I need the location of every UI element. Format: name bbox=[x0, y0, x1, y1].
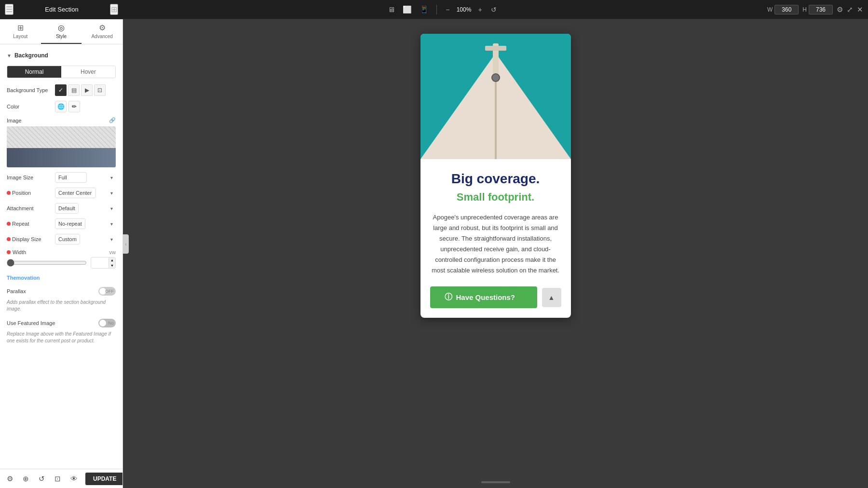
height-input[interactable] bbox=[809, 5, 833, 14]
width-stepper: ▲ ▼ bbox=[108, 258, 115, 268]
color-row: Color 🌐 ✏ bbox=[0, 98, 122, 115]
image-size-row: Image Size Full Large Medium Thumbnail bbox=[0, 170, 122, 185]
image-link-icon[interactable]: 🔗 bbox=[109, 117, 116, 123]
display-size-select[interactable]: Custom Cover Contain Auto bbox=[55, 234, 80, 244]
width-step-up-btn[interactable]: ▲ bbox=[108, 258, 115, 263]
width-number-box: ▲ ▼ bbox=[91, 257, 116, 269]
background-type-controls: ✓ ▤ ▶ ⊡ bbox=[55, 84, 116, 96]
image-preview-inner bbox=[7, 148, 116, 167]
zoom-level: 100% bbox=[456, 6, 473, 13]
zoom-out-btn[interactable]: − bbox=[443, 5, 452, 14]
question-circle-icon: ⓘ bbox=[445, 292, 452, 302]
bg-type-slideshow-btn[interactable]: ⊡ bbox=[94, 84, 106, 96]
desktop-device-btn[interactable]: 🖥 bbox=[386, 3, 397, 15]
color-globe-btn[interactable]: 🌐 bbox=[55, 101, 67, 112]
bg-type-video-btn[interactable]: ▶ bbox=[81, 84, 93, 96]
layout-tab-icon: ⊞ bbox=[17, 23, 24, 32]
width-unit: vw bbox=[109, 249, 116, 255]
repeat-select[interactable]: No-repeat Repeat Repeat-x Repeat-y bbox=[55, 218, 85, 229]
image-preview[interactable] bbox=[7, 126, 116, 167]
width-link-dot bbox=[7, 250, 11, 254]
attachment-wrapper: Default Fixed Scroll bbox=[55, 203, 116, 214]
tab-advanced[interactable]: ⚙ Advanced bbox=[81, 19, 122, 44]
width-label: W bbox=[767, 6, 773, 13]
advanced-tab-label: Advanced bbox=[91, 34, 112, 39]
hover-tab[interactable]: Hover bbox=[61, 66, 115, 78]
bg-type-gradient-btn[interactable]: ▤ bbox=[68, 84, 80, 96]
antenna-dish bbox=[491, 73, 500, 82]
color-controls: 🌐 ✏ bbox=[55, 101, 116, 112]
repeat-label: Repeat bbox=[7, 221, 55, 227]
expand-icon[interactable]: ⤢ bbox=[847, 5, 853, 14]
width-label-row: Width vw bbox=[7, 249, 116, 255]
preview-main-title: Big coverage. bbox=[430, 171, 561, 187]
position-label-text: Position bbox=[12, 190, 31, 196]
update-button[interactable]: UPDATE bbox=[85, 473, 123, 485]
separator bbox=[436, 5, 437, 14]
preview-bottom-btn[interactable]: ⊡ bbox=[53, 473, 63, 485]
use-featured-slider: No bbox=[98, 319, 116, 327]
use-featured-label: Use Featured Image bbox=[7, 320, 98, 326]
top-bar-center: 🖥 ⬜ 📱 − 100% + ↺ bbox=[123, 3, 762, 16]
themovation-link[interactable]: Themovation bbox=[0, 271, 122, 285]
zoom-controls: − 100% + ↺ bbox=[443, 5, 499, 14]
zoom-in-btn[interactable]: + bbox=[475, 5, 485, 14]
bg-type-color-btn[interactable]: ✓ bbox=[55, 84, 67, 96]
image-label: Image bbox=[7, 118, 22, 123]
advanced-tab-icon: ⚙ bbox=[99, 23, 106, 32]
width-label: Width bbox=[7, 249, 26, 255]
width-input[interactable] bbox=[774, 5, 799, 14]
sidebar-content: ▼ Background Normal Hover Background Typ… bbox=[0, 44, 122, 469]
settings-bottom-btn[interactable]: ⚙ bbox=[5, 473, 15, 485]
tab-layout[interactable]: ⊞ Layout bbox=[0, 19, 41, 44]
main-layout: ⊞ Layout ◎ Style ⚙ Advanced ▼ Background… bbox=[0, 19, 868, 488]
parallax-slider: OFF bbox=[98, 287, 116, 296]
scroll-up-button[interactable]: ▲ bbox=[542, 288, 561, 307]
settings-icon[interactable]: ⚙ bbox=[837, 5, 843, 14]
eye-bottom-btn[interactable]: 👁 bbox=[68, 473, 80, 485]
display-size-label: Display Size bbox=[7, 236, 55, 242]
canvas-area: Big coverage. Small footprint. Apogee's … bbox=[123, 19, 868, 488]
position-wrapper: Center Center Center Left Center Right T… bbox=[55, 188, 116, 198]
parallax-toggle[interactable]: OFF bbox=[98, 287, 116, 296]
history-bottom-btn[interactable]: ↺ bbox=[37, 473, 47, 485]
position-select[interactable]: Center Center Center Left Center Right T… bbox=[55, 188, 96, 198]
top-bar-left: ☰ Edit Section ⊞ bbox=[0, 4, 123, 15]
attachment-row: Attachment Default Fixed Scroll bbox=[0, 201, 122, 216]
position-link-dot bbox=[7, 191, 11, 195]
use-featured-toggle[interactable]: No bbox=[98, 319, 116, 327]
background-section-header[interactable]: ▼ Background bbox=[0, 49, 122, 62]
normal-tab[interactable]: Normal bbox=[7, 66, 61, 78]
image-size-label: Image Size bbox=[7, 175, 55, 180]
collapse-handle[interactable]: ‹ bbox=[123, 234, 129, 254]
section-arrow-icon: ▼ bbox=[7, 53, 12, 58]
color-pen-btn[interactable]: ✏ bbox=[68, 101, 80, 112]
close-icon[interactable]: ✕ bbox=[857, 5, 863, 14]
layers-bottom-btn[interactable]: ⊕ bbox=[21, 473, 31, 485]
zoom-reset-btn[interactable]: ↺ bbox=[488, 5, 500, 14]
repeat-label-text: Repeat bbox=[12, 221, 29, 227]
image-size-select[interactable]: Full Large Medium Thumbnail bbox=[55, 172, 87, 183]
width-slider[interactable] bbox=[7, 259, 87, 267]
grid-icon[interactable]: ⊞ bbox=[110, 4, 118, 15]
mobile-preview: Big coverage. Small footprint. Apogee's … bbox=[420, 34, 571, 318]
width-row: Width vw ▲ ▼ bbox=[0, 247, 122, 271]
width-number-input[interactable] bbox=[91, 258, 108, 267]
width-step-down-btn[interactable]: ▼ bbox=[108, 263, 115, 268]
tab-style[interactable]: ◎ Style bbox=[41, 19, 82, 44]
width-dimension: W bbox=[767, 5, 799, 14]
display-size-wrapper: Custom Cover Contain Auto bbox=[55, 234, 116, 244]
parallax-description: Adds parallax effect to the section back… bbox=[0, 298, 122, 316]
tablet-device-btn[interactable]: ⬜ bbox=[401, 3, 414, 16]
preview-image-top bbox=[420, 34, 571, 159]
height-label: H bbox=[802, 6, 807, 13]
parallax-off-label: OFF bbox=[105, 289, 114, 294]
have-questions-label: Have Questions? bbox=[456, 293, 515, 301]
style-tab-icon: ◎ bbox=[58, 23, 65, 32]
hamburger-icon[interactable]: ☰ bbox=[5, 4, 14, 15]
attachment-select[interactable]: Default Fixed Scroll bbox=[55, 203, 79, 214]
mobile-device-btn[interactable]: 📱 bbox=[418, 3, 431, 16]
top-bar-right: W H ⚙ ⤢ ✕ bbox=[762, 5, 868, 14]
repeat-link-dot bbox=[7, 222, 11, 226]
have-questions-button[interactable]: ⓘ Have Questions? bbox=[430, 286, 537, 308]
